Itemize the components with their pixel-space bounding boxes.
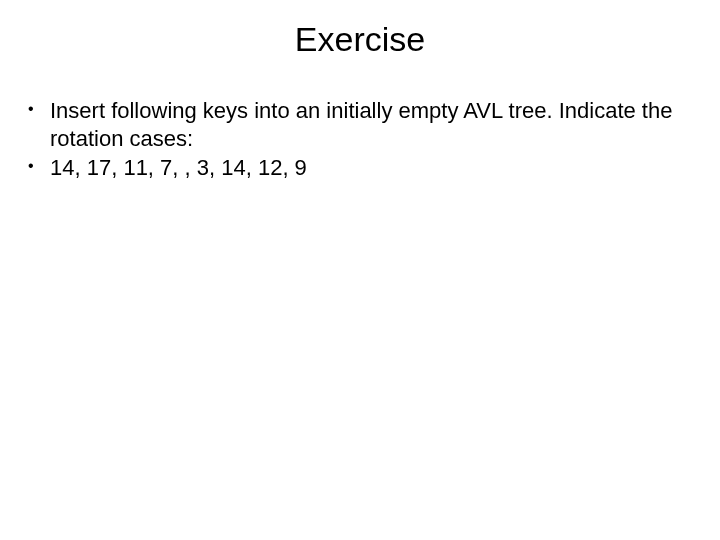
slide-title: Exercise (0, 20, 720, 59)
bullet-item: • 14, 17, 11, 7, , 3, 14, 12, 9 (26, 154, 694, 182)
slide-content: • Insert following keys into an initiall… (0, 97, 720, 182)
slide-container: Exercise • Insert following keys into an… (0, 0, 720, 540)
bullet-text: Insert following keys into an initially … (50, 97, 694, 152)
bullet-item: • Insert following keys into an initiall… (26, 97, 694, 152)
bullet-marker-icon: • (26, 154, 50, 176)
bullet-marker-icon: • (26, 97, 50, 119)
bullet-text: 14, 17, 11, 7, , 3, 14, 12, 9 (50, 154, 694, 182)
